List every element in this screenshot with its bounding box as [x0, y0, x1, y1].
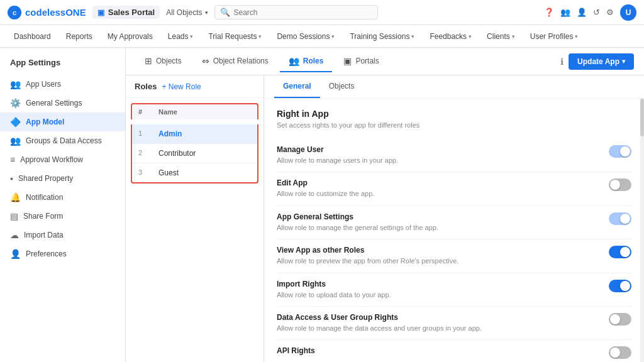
help-icon[interactable]: ❓: [544, 8, 554, 17]
roles-table: # Name 1 Admin 2 Contributor 3: [126, 98, 264, 362]
main-tabs: ⊞ Objects ⇔ Object Relations 👥 Roles ▣ P…: [126, 48, 644, 75]
permission-edit-app: Edit App Allow role to customize the app…: [277, 172, 631, 206]
role-row-admin[interactable]: 1 Admin: [132, 124, 257, 144]
shared-icon: ▪: [10, 173, 13, 184]
permission-manage-user: Manage User Allow role to manage users i…: [277, 139, 631, 172]
app-icon: ▣: [97, 8, 104, 17]
main-layout: App Settings 👥 App Users ⚙️ General Sett…: [0, 48, 644, 362]
search-bar[interactable]: 🔍: [214, 5, 378, 19]
scrollbar-thumb[interactable]: [640, 99, 644, 136]
permission-view-as-other-roles: View App as other Roles Allow role to pr…: [277, 239, 631, 273]
sidebar-item-general-settings[interactable]: ⚙️ General Settings: [0, 94, 125, 112]
navbar: Dashboard Reports My Approvals Leads▾ Tr…: [0, 25, 644, 48]
contacts-icon[interactable]: 👥: [560, 8, 570, 17]
tab-roles[interactable]: 👥 Roles: [280, 51, 333, 72]
objects-icon: ⊞: [145, 56, 152, 66]
topbar: c codelessONE ▣ Sales Portal All Objects…: [0, 0, 644, 25]
search-input[interactable]: [234, 8, 372, 17]
logo-icon: c: [8, 6, 21, 19]
section-title: Right in App: [277, 109, 631, 119]
toggle-view-as-other-roles[interactable]: [609, 246, 631, 258]
chevron-down-icon: ▾: [575, 33, 578, 40]
workflow-icon: ≡: [10, 155, 15, 165]
sidebar-item-app-model[interactable]: 🔷 App Model: [0, 112, 125, 131]
roles-content: Roles + New Role # Name 1 Admin 2: [126, 75, 644, 362]
sidebar-item-shared-property[interactable]: ▪ Shared Property: [0, 169, 125, 188]
tab-object-relations[interactable]: ⇔ Object Relations: [193, 51, 277, 72]
sidebar-item-preferences[interactable]: 👤 Preferences: [0, 244, 125, 263]
nav-trial-requests[interactable]: Trial Requests▾: [202, 28, 268, 45]
sidebar-header: App Settings: [0, 55, 125, 75]
settings-icon[interactable]: ⚙: [606, 8, 614, 17]
toggle-manage-user[interactable]: [609, 145, 631, 158]
nav-demo-sessions[interactable]: Demo Sessions▾: [270, 28, 341, 45]
portals-icon: ▣: [343, 56, 352, 66]
history-icon[interactable]: ↺: [593, 8, 600, 17]
sidebar-item-approval-workflow[interactable]: ≡ Approval Workflow: [0, 150, 125, 169]
toggle-import-rights[interactable]: [609, 280, 631, 292]
nav-user-profiles[interactable]: User Profiles▾: [524, 28, 585, 45]
form-icon: ▤: [10, 211, 18, 221]
model-icon: 🔷: [10, 117, 21, 127]
toggle-data-access-user-group[interactable]: [609, 313, 631, 326]
permission-api-rights: API Rights: [277, 340, 631, 362]
avatar[interactable]: U: [620, 4, 636, 21]
sidebar-item-import-data[interactable]: ☁ Import Data: [0, 226, 125, 244]
app-name-badge[interactable]: ▣ Sales Portal: [92, 6, 160, 19]
permission-info: Manage User Allow role to manage users i…: [277, 145, 601, 165]
info-icon[interactable]: ℹ: [560, 57, 564, 67]
all-objects-label: All Objects: [166, 8, 202, 17]
details-panel: General Objects Right in App Set access …: [264, 75, 644, 362]
role-row-contributor[interactable]: 2 Contributor: [132, 144, 257, 163]
details-tab-general[interactable]: General: [274, 75, 320, 98]
sidebar-item-groups-data-access[interactable]: 👥 Groups & Data Access: [0, 131, 125, 150]
role-row-guest[interactable]: 3 Guest: [132, 163, 257, 182]
details-tabs: General Objects: [264, 75, 644, 99]
toggle-app-general-settings[interactable]: [609, 212, 631, 225]
nav-dashboard[interactable]: Dashboard: [8, 28, 57, 45]
topbar-icons: ❓ 👥 👤 ↺ ⚙ U: [544, 4, 636, 21]
toggle-api-rights[interactable]: [609, 346, 631, 359]
chevron-down-icon: ▾: [258, 33, 262, 40]
chevron-down-icon: ▾: [411, 33, 414, 40]
roles-panel: Roles + New Role # Name 1 Admin 2: [126, 75, 264, 362]
nav-reports[interactable]: Reports: [60, 28, 99, 45]
tab-portals[interactable]: ▣ Portals: [335, 51, 387, 72]
roles-table-header: # Name: [131, 103, 258, 119]
nav-training-sessions[interactable]: Training Sessions▾: [343, 28, 421, 45]
sidebar-item-notification[interactable]: 🔔 Notification: [0, 188, 125, 207]
bell-icon: 🔔: [10, 192, 21, 202]
chevron-down-icon: ▾: [622, 58, 625, 65]
chevron-down-icon: ▾: [512, 33, 515, 40]
sidebar-item-share-form[interactable]: ▤ Share Form: [0, 207, 125, 226]
chevron-down-icon: ▾: [190, 33, 193, 40]
tab-objects[interactable]: ⊞ Objects: [136, 51, 191, 72]
groups-icon: 👥: [10, 136, 21, 146]
users-icon: 👥: [10, 79, 21, 89]
nav-feedbacks[interactable]: Feedbacks▾: [423, 28, 478, 45]
new-role-button[interactable]: + New Role: [162, 82, 201, 91]
sidebar-item-app-users[interactable]: 👥 App Users: [0, 75, 125, 94]
permission-app-general-settings: App General Settings Allow role to manag…: [277, 206, 631, 239]
logo-text: codelessONE: [25, 7, 86, 18]
roles-icon: 👥: [289, 56, 299, 66]
nav-myapprovals[interactable]: My Approvals: [101, 28, 159, 45]
permission-import-rights: Import Rights Allow role to upload data …: [277, 273, 631, 307]
permission-data-access-user-group: Data Access & User Group Rights Allow ro…: [277, 307, 631, 340]
nav-clients[interactable]: Clients▾: [480, 28, 521, 45]
update-app-button[interactable]: Update App ▾: [569, 53, 634, 70]
toggle-edit-app[interactable]: [609, 178, 631, 191]
chevron-down-icon: ▾: [205, 9, 208, 16]
logo[interactable]: c codelessONE: [8, 6, 86, 19]
nav-leads[interactable]: Leads▾: [162, 28, 200, 45]
chevron-down-icon: ▾: [331, 33, 335, 40]
scrollbar-track[interactable]: [640, 99, 644, 362]
account-icon[interactable]: 👤: [577, 8, 587, 17]
details-body: Right in App Set access rights to your a…: [264, 99, 644, 362]
person-icon: 👤: [10, 249, 21, 259]
all-objects-dropdown[interactable]: All Objects ▾: [166, 8, 208, 17]
relations-icon: ⇔: [202, 56, 209, 66]
gear-icon: ⚙️: [10, 98, 21, 108]
sidebar: App Settings 👥 App Users ⚙️ General Sett…: [0, 48, 126, 362]
details-tab-objects[interactable]: Objects: [320, 75, 364, 98]
